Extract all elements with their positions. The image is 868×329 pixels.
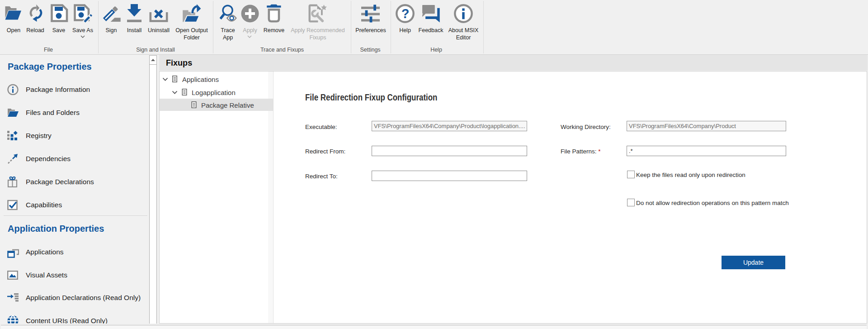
svg-text:?: ? bbox=[401, 6, 410, 21]
